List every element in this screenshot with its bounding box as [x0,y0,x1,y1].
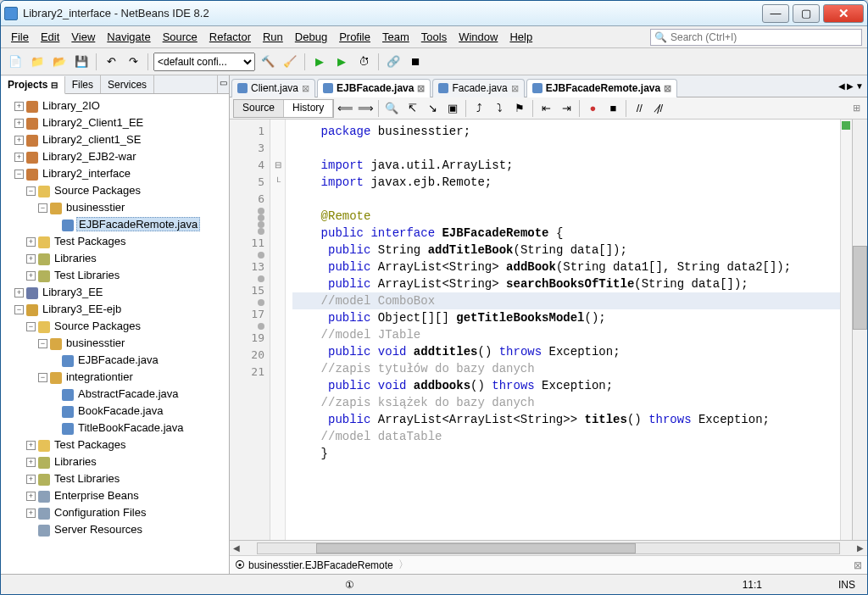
shift-right-icon[interactable]: ⇥ [557,99,576,118]
build-icon[interactable]: 🔨 [259,53,277,71]
redo-icon[interactable]: ↷ [124,53,142,71]
scroll-left-icon[interactable]: ◀ [838,81,845,91]
nav-back-icon[interactable]: ⟸ [336,99,354,118]
new-project-icon[interactable]: 📁 [28,53,47,71]
tree-node-businesstier2[interactable]: −businesstier EJBFacade.java [38,335,227,369]
search-input[interactable] [670,31,858,43]
macro-rec-icon[interactable]: ● [583,99,602,118]
close-breadcrumb-icon[interactable]: ⊠ [854,559,862,571]
shift-left-icon[interactable]: ⇤ [537,99,555,118]
quick-search[interactable]: 🔍 [650,29,862,46]
tree-node-testpkg[interactable]: +Test Packages [26,233,227,250]
project-tree[interactable]: +Library_2IO +Library2_Client1_EE +Libra… [1,94,229,574]
horizontal-scrollbar[interactable]: ◀ ▶ [230,540,867,555]
tree-node-client1se[interactable]: +Library2_client1_SE [14,131,227,148]
toggle-highlight-icon[interactable]: ▣ [443,99,462,118]
menu-profile[interactable]: Profile [334,28,376,46]
tree-node-library2io[interactable]: +Library_2IO [14,97,227,114]
menu-refactor[interactable]: Refactor [204,28,256,46]
maximize-button[interactable]: ▢ [793,4,820,23]
tree-node-businesstier[interactable]: −businesstier EJBFacadeRemote.java [38,199,227,233]
close-icon[interactable]: ⊠ [417,83,425,94]
comment-icon[interactable]: // [630,99,648,118]
show-list-icon[interactable]: ▼ [855,81,864,91]
find-next-icon[interactable]: ↘ [423,99,442,118]
find-selection-icon[interactable]: 🔍 [382,99,401,118]
close-button[interactable]: ✕ [823,4,864,23]
tab-ejbfacade[interactable]: EJBFacade.java⊠ [317,79,431,97]
find-prev-icon[interactable]: ↸ [403,99,421,118]
menu-source[interactable]: Source [158,28,203,46]
menu-tools[interactable]: Tools [416,28,452,46]
tree-node-entbeans[interactable]: +Enterprise Beans [26,487,227,504]
tab-ejbfacaderemote[interactable]: EJBFacadeRemote.java⊠ [526,79,677,97]
tab-projects[interactable]: Projects ⊟ [1,76,65,94]
stop-icon[interactable]: ⏹ [406,53,425,71]
tree-node-bookfacade[interactable]: BookFacade.java [50,403,227,420]
vertical-scrollbar[interactable] [852,120,867,540]
scroll-right-arrow-icon[interactable]: ▶ [854,543,867,553]
tab-files[interactable]: Files [65,75,101,93]
tree-node-libraries2[interactable]: +Libraries [26,453,227,470]
fold-gutter[interactable]: ⊟└ [270,120,286,540]
tree-node-ejbfacaderemote[interactable]: EJBFacadeRemote.java [50,216,227,233]
notifications-icon[interactable]: ① [345,579,354,591]
line-gutter[interactable]: 1345611131517192021 [230,120,270,540]
tree-node-testlib[interactable]: +Test Libraries [26,267,227,284]
attach-debugger-icon[interactable]: 🔗 [384,53,403,71]
close-icon[interactable]: ⊠ [511,83,519,94]
tree-node-srcpkg2[interactable]: −Source Packages −businesstier EJBFacade… [26,318,227,437]
tree-node-titlebookfacade[interactable]: TitleBookFacade.java [50,420,227,437]
tree-node-libraries[interactable]: +Libraries [26,250,227,267]
prev-bookmark-icon[interactable]: ⤴ [470,99,488,118]
debug-icon[interactable]: ▶ [332,53,351,71]
macro-stop-icon[interactable]: ■ [604,99,622,118]
tree-node-library2interface[interactable]: −Library2_interface −Source Packages −bu… [14,165,227,284]
minimize-panel-icon[interactable]: ▭ [217,75,229,93]
expand-icon[interactable]: ⊞ [853,103,864,114]
error-stripe[interactable] [840,120,852,540]
titlebar[interactable]: Library2_interface - NetBeans IDE 8.2 — … [1,1,867,26]
menu-run[interactable]: Run [258,28,288,46]
tree-node-ejbfacade[interactable]: EJBFacade.java [50,352,227,369]
menu-file[interactable]: File [6,28,34,46]
tree-node-library3eeejb[interactable]: −Library3_EE-ejb −Source Packages −busin… [14,301,227,538]
close-icon[interactable]: ⊠ [664,83,671,94]
minimize-button[interactable]: — [762,4,789,23]
menu-edit[interactable]: Edit [36,28,64,46]
menu-debug[interactable]: Debug [290,28,332,46]
close-icon[interactable]: ⊠ [302,83,309,94]
push-pin-icon[interactable]: ⊟ [51,81,58,90]
tree-node-srcpkg[interactable]: −Source Packages −businesstier EJBFacade… [26,182,227,233]
tree-node-cfgfiles[interactable]: +Configuration Files [26,504,227,521]
clean-build-icon[interactable]: 🧹 [281,53,299,71]
undo-icon[interactable]: ↶ [102,53,120,71]
insert-mode[interactable]: INS [838,579,855,591]
tab-services[interactable]: Services [101,75,154,93]
nav-fwd-icon[interactable]: ⟹ [356,99,375,118]
profile-icon[interactable]: ⏱ [354,53,373,71]
new-file-icon[interactable]: 📄 [6,53,25,71]
tree-node-ejb2war[interactable]: +Library2_EJB2-war [14,148,227,165]
tree-node-testlib2[interactable]: +Test Libraries [26,470,227,487]
tree-node-svrres[interactable]: Server Resources [26,521,227,538]
breadcrumb-segment[interactable]: businesstier.EJBFacadeRemote [245,559,397,571]
menu-navigate[interactable]: Navigate [102,28,155,46]
toggle-bookmark-icon[interactable]: ⚑ [510,99,529,118]
tab-client[interactable]: Client.java⊠ [231,79,315,97]
config-select[interactable]: <default confi... [153,53,255,71]
tree-node-library3ee[interactable]: +Library3_EE [14,284,227,301]
tree-node-integrationtier[interactable]: −integrationtier AbstractFacade.java Boo… [38,369,227,437]
menu-view[interactable]: View [66,28,100,46]
members-icon[interactable]: ⦿ [235,559,245,571]
menu-team[interactable]: Team [377,28,415,46]
editor-tab-history[interactable]: History [284,100,333,117]
code-editor[interactable]: 1345611131517192021 ⊟└ package businesst… [230,120,867,540]
breadcrumb[interactable]: ⦿ businesstier.EJBFacadeRemote 〉 ⊠ [230,555,867,574]
tree-node-abstractfacade[interactable]: AbstractFacade.java [50,386,227,403]
menu-window[interactable]: Window [453,28,503,46]
tab-facade[interactable]: Facade.java⊠ [432,79,524,97]
scroll-right-icon[interactable]: ▶ [847,81,854,91]
code-area[interactable]: package businesstier; import java.util.A… [286,120,840,540]
open-project-icon[interactable]: 📂 [50,53,69,71]
